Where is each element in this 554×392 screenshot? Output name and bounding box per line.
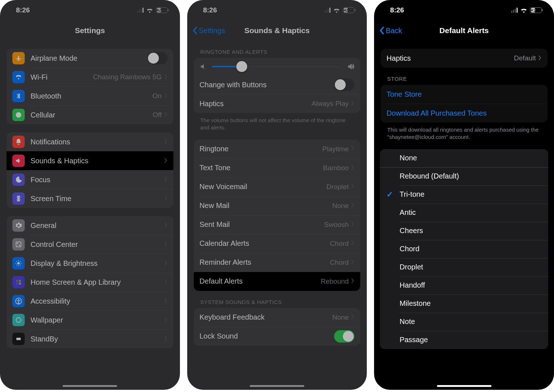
nav-bar: Back Default Alerts bbox=[374, 20, 554, 41]
battery-icon: 42 bbox=[343, 7, 354, 13]
tone-none[interactable]: None bbox=[380, 149, 548, 167]
tone-note[interactable]: Note bbox=[380, 313, 548, 331]
haptics-row[interactable]: Haptics Always Play bbox=[194, 94, 361, 113]
chevron-right-icon bbox=[351, 313, 354, 321]
chevron-right-icon bbox=[164, 111, 168, 119]
svg-rect-0 bbox=[16, 242, 21, 247]
wifi-icon bbox=[333, 7, 340, 13]
svg-point-9 bbox=[18, 299, 19, 300]
accessibility-icon bbox=[12, 295, 25, 307]
home-indicator[interactable] bbox=[250, 385, 304, 387]
status-time: 8:26 bbox=[390, 6, 404, 14]
row-bluetooth[interactable]: BluetoothOn bbox=[7, 87, 173, 105]
chevron-right-icon bbox=[351, 239, 354, 248]
row-wallpaper[interactable]: Wallpaper bbox=[7, 311, 173, 329]
row-new-voicemail[interactable]: New VoicemailDroplet bbox=[194, 177, 361, 196]
chevron-left-icon bbox=[192, 27, 197, 35]
tone-handoff[interactable]: Handoff bbox=[380, 276, 548, 295]
volume-slider[interactable] bbox=[212, 66, 342, 67]
toggle[interactable] bbox=[147, 52, 168, 64]
volume-low-icon bbox=[200, 63, 207, 70]
row-reminder-alerts[interactable]: Reminder AlertsChord bbox=[194, 253, 361, 272]
row-calendar-alerts[interactable]: Calendar AlertsChord bbox=[194, 234, 361, 253]
home-indicator[interactable] bbox=[63, 385, 117, 387]
chevron-right-icon bbox=[164, 138, 168, 146]
screentime-icon bbox=[12, 192, 25, 205]
nav-bar: Settings bbox=[0, 20, 180, 41]
row-display-brightness[interactable]: Display & Brightness bbox=[7, 254, 173, 273]
tone-passage[interactable]: Passage bbox=[380, 331, 548, 349]
row-text-tone[interactable]: Text ToneBamboo bbox=[194, 159, 361, 177]
back-button[interactable]: Back bbox=[379, 27, 402, 35]
tone-droplet[interactable]: Droplet bbox=[380, 258, 548, 276]
svg-point-2 bbox=[19, 245, 20, 246]
row-sounds-haptics[interactable]: Sounds & Haptics bbox=[7, 151, 173, 170]
row-wi-fi[interactable]: Wi-FiChasing Rainbows 5G bbox=[7, 68, 173, 87]
row-focus[interactable]: Focus bbox=[7, 170, 173, 189]
volume-high-icon bbox=[347, 63, 354, 70]
row-new-mail[interactable]: New MailNone bbox=[194, 196, 361, 215]
standby-icon bbox=[12, 333, 25, 345]
volume-slider-row bbox=[194, 58, 361, 75]
battery-icon: 42 bbox=[156, 7, 168, 13]
chevron-right-icon bbox=[351, 220, 354, 229]
status-bar: 8:26 41 bbox=[374, 0, 554, 20]
battery-icon: 41 bbox=[530, 7, 542, 13]
chevron-right-icon bbox=[351, 145, 354, 153]
chevron-left-icon bbox=[379, 27, 384, 35]
change-with-buttons-row[interactable]: Change with Buttons bbox=[194, 75, 361, 94]
haptics-row[interactable]: Haptics Default bbox=[381, 49, 547, 68]
svg-rect-11 bbox=[16, 338, 21, 340]
wifi-icon bbox=[520, 7, 527, 13]
wallpaper-icon bbox=[12, 314, 25, 326]
airplane-icon bbox=[12, 52, 25, 64]
bluetooth-icon bbox=[12, 90, 25, 102]
row-standby[interactable]: StandBy bbox=[7, 329, 173, 348]
cellular-icon bbox=[12, 109, 25, 121]
chevron-right-icon bbox=[351, 164, 354, 172]
status-bar: 8:26 42 bbox=[187, 0, 367, 20]
row-general[interactable]: General bbox=[7, 216, 173, 235]
row-keyboard-feedback[interactable]: Keyboard FeedbackNone bbox=[194, 308, 361, 327]
row-ringtone[interactable]: RingtonePlaytime bbox=[194, 140, 361, 159]
svg-point-3 bbox=[17, 262, 20, 265]
row-sent-mail[interactable]: Sent MailSwoosh bbox=[194, 215, 361, 234]
row-airplane-mode[interactable]: Airplane Mode bbox=[7, 49, 173, 68]
back-button[interactable]: Settings bbox=[192, 27, 225, 35]
row-home-screen-app-library[interactable]: Home Screen & App Library bbox=[7, 273, 173, 292]
display-icon bbox=[12, 257, 25, 269]
screen-settings: 8:26 42 Settings Airplane ModeWi-FiChasi… bbox=[0, 0, 180, 390]
chevron-right-icon bbox=[164, 335, 168, 343]
page-title: Settings bbox=[75, 26, 105, 35]
home-indicator[interactable] bbox=[437, 385, 491, 387]
section-header-system: SYSTEM SOUNDS & HAPTICS bbox=[194, 299, 361, 308]
status-time: 8:26 bbox=[203, 6, 217, 14]
chevron-right-icon bbox=[164, 221, 168, 230]
tone-chord[interactable]: Chord bbox=[380, 240, 548, 258]
tone-milestone[interactable]: Milestone bbox=[380, 295, 548, 313]
status-bar: 8:26 42 bbox=[0, 0, 180, 20]
row-accessibility[interactable]: Accessibility bbox=[7, 292, 173, 311]
section-header-ringtone: RINGTONE AND ALERTS bbox=[194, 49, 361, 58]
row-download-all-purchased-tones[interactable]: Download All Purchased Tones bbox=[381, 104, 547, 123]
chevron-right-icon bbox=[351, 258, 354, 267]
chevron-right-icon bbox=[164, 278, 168, 287]
tone-cheers[interactable]: Cheers bbox=[380, 222, 548, 240]
tone-tri-tone[interactable]: ✓Tri-tone bbox=[380, 185, 548, 204]
general-icon bbox=[12, 219, 25, 232]
toggle[interactable] bbox=[334, 330, 354, 343]
svg-rect-5 bbox=[19, 280, 21, 282]
row-screen-time[interactable]: Screen Time bbox=[7, 189, 173, 208]
row-notifications[interactable]: Notifications bbox=[7, 132, 173, 151]
notifications-icon bbox=[12, 136, 25, 148]
row-tone-store[interactable]: Tone Store bbox=[381, 85, 547, 104]
row-control-center[interactable]: Control Center bbox=[7, 235, 173, 254]
row-lock-sound[interactable]: Lock Sound bbox=[194, 327, 361, 346]
controlcenter-icon bbox=[12, 238, 25, 251]
tone-antic[interactable]: Antic bbox=[380, 204, 548, 222]
focus-icon bbox=[12, 173, 25, 186]
tone-rebound-default-[interactable]: Rebound (Default) bbox=[380, 167, 548, 185]
change-with-buttons-toggle[interactable] bbox=[334, 79, 354, 91]
row-cellular[interactable]: CellularOff bbox=[7, 105, 173, 124]
row-default-alerts[interactable]: Default AlertsRebound bbox=[194, 272, 361, 291]
